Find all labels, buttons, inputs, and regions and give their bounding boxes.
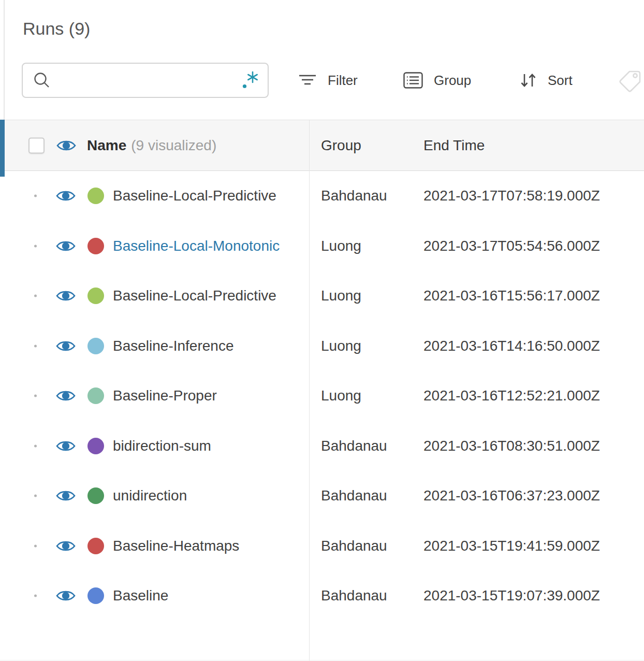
run-visibility-eye-icon[interactable] bbox=[56, 389, 76, 403]
run-group: Luong bbox=[321, 238, 361, 254]
run-color-dot[interactable] bbox=[87, 487, 104, 504]
run-visibility-eye-icon[interactable] bbox=[56, 489, 76, 503]
sort-button[interactable]: Sort bbox=[519, 63, 573, 98]
visibility-all-eye-icon[interactable] bbox=[56, 138, 76, 152]
visualized-count-label: (9 visualized) bbox=[131, 137, 216, 153]
run-visibility-eye-icon[interactable] bbox=[56, 539, 76, 553]
run-end-time: 2021-03-16T14:16:50.000Z bbox=[423, 338, 600, 354]
run-group: Bahdanau bbox=[321, 587, 387, 604]
run-end-time: 2021-03-17T07:58:19.000Z bbox=[423, 188, 600, 204]
drag-handle-dot[interactable] bbox=[34, 495, 37, 497]
run-color-dot[interactable] bbox=[87, 438, 104, 454]
run-visibility-eye-icon[interactable] bbox=[56, 289, 76, 303]
page-title: Runs (9) bbox=[23, 19, 90, 39]
run-row[interactable]: Baseline-Heatmaps Bahdanau 2021-03-15T19… bbox=[0, 521, 644, 571]
run-visibility-eye-icon[interactable] bbox=[56, 189, 76, 203]
filter-icon bbox=[298, 73, 317, 88]
drag-handle-dot[interactable] bbox=[34, 245, 37, 247]
group-button[interactable]: Group bbox=[403, 63, 471, 98]
run-end-time: 2021-03-15T19:41:59.000Z bbox=[423, 538, 600, 554]
drag-handle-dot[interactable] bbox=[34, 595, 37, 597]
run-color-dot[interactable] bbox=[87, 538, 104, 554]
run-name-link[interactable]: Baseline-Inference bbox=[113, 338, 296, 354]
run-group: Bahdanau bbox=[321, 538, 387, 554]
column-header-end-time: End Time bbox=[423, 137, 485, 154]
drag-handle-dot[interactable] bbox=[34, 344, 37, 347]
run-group: Bahdanau bbox=[321, 487, 387, 504]
run-color-dot[interactable] bbox=[87, 387, 104, 404]
run-row[interactable]: Baseline-Inference Luong 2021-03-16T14:1… bbox=[0, 321, 644, 371]
run-name-link[interactable]: Baseline-Local-Predictive bbox=[113, 188, 296, 204]
run-color-dot[interactable] bbox=[87, 188, 104, 204]
table-bottom-border bbox=[0, 660, 644, 660]
run-group: Luong bbox=[321, 338, 361, 354]
run-visibility-eye-icon[interactable] bbox=[56, 439, 76, 453]
run-row[interactable]: Baseline-Local-Monotonic Luong 2021-03-1… bbox=[0, 221, 644, 271]
run-end-time: 2021-03-15T19:07:39.000Z bbox=[423, 587, 600, 604]
run-name-link[interactable]: unidirection bbox=[113, 487, 296, 504]
run-visibility-eye-icon[interactable] bbox=[56, 239, 76, 253]
run-group: Luong bbox=[321, 288, 361, 304]
run-visibility-eye-icon[interactable] bbox=[56, 589, 76, 603]
runs-panel: Runs (9) Filter bbox=[0, 0, 644, 661]
run-row[interactable]: bidirection-sum Bahdanau 2021-03-16T08:3… bbox=[0, 421, 644, 471]
run-name-link[interactable]: Baseline-Proper bbox=[113, 387, 296, 404]
column-name-label: Name bbox=[87, 137, 126, 153]
run-row[interactable]: Baseline-Local-Predictive Bahdanau 2021-… bbox=[0, 171, 644, 221]
search-input[interactable] bbox=[58, 72, 241, 89]
run-color-dot[interactable] bbox=[87, 587, 104, 604]
runs-table-body: Baseline-Local-Predictive Bahdanau 2021-… bbox=[0, 171, 644, 621]
run-end-time: 2021-03-16T12:52:21.000Z bbox=[423, 387, 600, 404]
tag-icon[interactable] bbox=[618, 69, 642, 93]
drag-handle-dot[interactable] bbox=[34, 395, 37, 397]
filter-label: Filter bbox=[328, 73, 358, 89]
sort-label: Sort bbox=[548, 73, 573, 89]
drag-handle-dot[interactable] bbox=[34, 444, 37, 447]
header-accent-bar bbox=[0, 120, 5, 177]
run-row[interactable]: Baseline-Proper Luong 2021-03-16T12:52:2… bbox=[0, 371, 644, 421]
drag-handle-dot[interactable] bbox=[34, 295, 37, 297]
select-all-checkbox[interactable] bbox=[28, 137, 45, 153]
run-name-link[interactable]: Baseline-Local-Monotonic bbox=[113, 238, 296, 254]
run-group: Bahdanau bbox=[321, 188, 387, 204]
search-icon bbox=[33, 71, 51, 89]
run-end-time: 2021-03-17T05:54:56.000Z bbox=[423, 238, 600, 254]
group-label: Group bbox=[434, 73, 471, 89]
sort-icon bbox=[519, 72, 537, 89]
run-color-dot[interactable] bbox=[87, 338, 104, 354]
panel-left-border bbox=[4, 0, 5, 120]
run-group: Bahdanau bbox=[321, 438, 387, 454]
drag-handle-dot[interactable] bbox=[34, 195, 37, 197]
run-color-dot[interactable] bbox=[87, 288, 104, 304]
run-name-link[interactable]: Baseline-Local-Predictive bbox=[113, 288, 296, 304]
table-header: Name(9 visualized) Group End Time bbox=[0, 120, 644, 171]
column-header-name: Name(9 visualized) bbox=[87, 137, 216, 154]
run-name-link[interactable]: Baseline bbox=[113, 587, 296, 604]
column-header-group: Group bbox=[321, 137, 361, 154]
run-end-time: 2021-03-16T06:37:23.000Z bbox=[423, 487, 600, 504]
run-end-time: 2021-03-16T15:56:17.000Z bbox=[423, 288, 600, 304]
run-end-time: 2021-03-16T08:30:51.000Z bbox=[423, 438, 600, 454]
run-group: Luong bbox=[321, 387, 361, 404]
run-row[interactable]: unidirection Bahdanau 2021-03-16T06:37:2… bbox=[0, 471, 644, 521]
run-color-dot[interactable] bbox=[87, 238, 104, 254]
filter-button[interactable]: Filter bbox=[298, 63, 358, 98]
run-name-link[interactable]: Baseline-Heatmaps bbox=[113, 538, 296, 554]
regex-toggle-icon[interactable] bbox=[241, 70, 259, 90]
run-row[interactable]: Baseline Bahdanau 2021-03-15T19:07:39.00… bbox=[0, 571, 644, 621]
run-name-link[interactable]: bidirection-sum bbox=[113, 438, 296, 454]
search-box[interactable] bbox=[22, 63, 269, 98]
run-visibility-eye-icon[interactable] bbox=[56, 339, 76, 353]
drag-handle-dot[interactable] bbox=[34, 544, 37, 547]
group-icon bbox=[403, 72, 423, 89]
run-row[interactable]: Baseline-Local-Predictive Luong 2021-03-… bbox=[0, 271, 644, 321]
